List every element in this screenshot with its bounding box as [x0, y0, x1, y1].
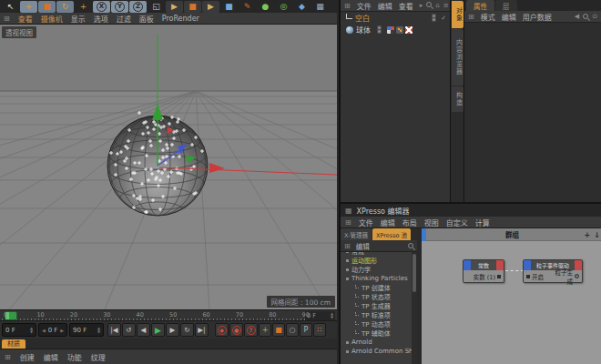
timeline-ruler[interactable]: 0 F▲▼ 0102030405060708090 — [0, 309, 337, 320]
scale-tool-icon[interactable]: ■ — [38, 1, 56, 13]
group-header-icons[interactable]: +↓ — [585, 228, 600, 241]
menu-item[interactable]: 纹理 — [91, 352, 106, 362]
object-manager-toolbar-icons[interactable]: ▸⌂≡ — [420, 2, 449, 9]
key-parameter-toggle[interactable]: P — [300, 323, 312, 337]
xpresso-node-canvas[interactable]: 群组 +↓ 常数 实数 (1) 粒子事件驱动 开启粒子生成 — [422, 228, 601, 364]
menu-item[interactable]: 编辑 — [44, 352, 58, 362]
menu-item[interactable]: 文件 — [359, 217, 373, 228]
add-array-object-icon[interactable]: ▦ — [311, 1, 329, 13]
key-scale-toggle[interactable]: ■ — [272, 323, 285, 337]
node-output-block[interactable] — [496, 260, 504, 270]
menu-item[interactable]: 视图 — [424, 217, 439, 228]
preview-frame-stepper[interactable]: ◀0 F▶ — [38, 323, 67, 337]
menu-item[interactable]: 显示 — [71, 14, 86, 24]
dock-tab-3[interactable]: 构造 — [452, 86, 463, 112]
object-name[interactable]: 空白 — [355, 13, 370, 23]
pool-tree-item[interactable]: TP 生成器 — [341, 301, 412, 310]
menu-item[interactable]: 编辑 — [502, 12, 516, 22]
tab-xpresso-pool[interactable]: XPresso 池 — [372, 228, 411, 240]
render-queue-icon[interactable]: ▶ — [202, 1, 219, 13]
key-pla-toggle[interactable]: ∷ — [313, 323, 326, 337]
object-row-null[interactable]: 空白 ✓ — [341, 12, 450, 24]
add-spline-object-icon[interactable]: ◆ — [293, 1, 311, 13]
visibility-dots-icon[interactable] — [377, 25, 382, 34]
xpresso-tag-icon[interactable] — [387, 26, 394, 34]
frame-stepper[interactable]: 0 F▲▼ — [305, 311, 335, 320]
menu-item[interactable]: 布局 — [402, 217, 417, 228]
loop-button[interactable]: ↻ — [180, 323, 194, 337]
lock-y-axis-icon[interactable]: Y — [111, 1, 128, 13]
node-output-block[interactable] — [575, 260, 582, 270]
pool-tree-item[interactable]: TP 动态项 — [341, 319, 412, 329]
play-forwards-button[interactable]: ▶ — [151, 323, 165, 337]
render-settings-icon[interactable]: ■ — [184, 1, 201, 13]
record-keyframe-button[interactable]: ◆ — [215, 323, 229, 337]
attribute-toolbar-icons[interactable]: ◀⊙ — [575, 13, 597, 20]
key-rotation-toggle[interactable]: ○ — [286, 323, 299, 337]
dock-tab-1[interactable]: 对象 — [452, 1, 463, 28]
node-input-block[interactable] — [524, 260, 531, 270]
autokeying-button[interactable]: ● — [229, 323, 243, 337]
menu-item[interactable]: 过滤 — [117, 14, 131, 24]
menu-item[interactable]: 文件 — [357, 1, 372, 11]
key-position-toggle[interactable]: + — [259, 323, 271, 337]
pool-tree-item[interactable]: 运动图形 — [341, 256, 412, 265]
attribute-tab[interactable]: 层 — [495, 0, 517, 11]
current-frame-field[interactable]: 0 F▲▼ — [2, 323, 36, 337]
axis-handle-blue-icon[interactable] — [177, 150, 179, 153]
xpresso-node-particle-event[interactable]: 粒子事件驱动 开启粒子生成 — [523, 259, 583, 283]
keyframe-selection-button[interactable]: ? — [244, 323, 258, 337]
add-subdivision-surface-icon[interactable]: ● — [257, 1, 274, 13]
object-row-sphere[interactable]: 球体 — [341, 24, 450, 35]
menu-item[interactable]: 编辑 — [381, 217, 395, 228]
rotate-tool-icon[interactable]: ↻ — [56, 1, 74, 13]
pool-tree-item[interactable]: Arnold — [341, 338, 412, 347]
end-frame-field[interactable]: 90 F▲▼ — [69, 323, 104, 337]
menu-item[interactable]: 编辑 — [378, 1, 392, 11]
pool-tree-item[interactable]: TP 标准项 — [341, 310, 412, 319]
node-input-block[interactable] — [463, 260, 471, 270]
display-tag-icon[interactable] — [405, 26, 413, 34]
coordinate-system-icon[interactable]: ◱ — [148, 1, 165, 13]
scrollbar-thumb[interactable] — [413, 254, 416, 292]
move-tool-icon[interactable]: + — [20, 1, 37, 13]
spline-pen-tool-icon[interactable]: ✎ — [239, 1, 256, 13]
output-port[interactable] — [575, 274, 579, 278]
menu-item[interactable]: 编辑 — [356, 241, 370, 251]
menu-item[interactable]: 选项 — [94, 14, 108, 24]
live-selection-tool-icon[interactable]: ↖ — [2, 1, 19, 13]
lock-z-axis-icon[interactable]: Z — [129, 1, 147, 13]
dock-tab-2[interactable]: 内容浏览器 — [452, 29, 463, 86]
pool-tree-item[interactable]: Arnold Common Shad — [341, 347, 412, 356]
object-name[interactable]: 球体 — [356, 25, 371, 35]
xpresso-node-constant[interactable]: 常数 实数 (1) — [463, 259, 504, 283]
play-backwards-button[interactable]: ↺ — [122, 323, 136, 337]
next-frame-button[interactable]: ▶ — [166, 323, 179, 337]
lock-x-axis-icon[interactable]: X — [93, 1, 110, 13]
menu-item[interactable]: 查看 — [18, 14, 33, 24]
menu-item[interactable]: 摄像机 — [41, 14, 63, 24]
group-header[interactable]: 群组 — [422, 228, 601, 241]
input-port[interactable] — [526, 275, 530, 278]
stepper-arrows-icon[interactable]: ▲▼ — [331, 312, 333, 319]
tab-materials[interactable]: 材质 — [2, 339, 25, 349]
visibility-dots-icon[interactable] — [432, 14, 436, 22]
add-deformer-icon[interactable]: ◎ — [275, 1, 292, 13]
tab-x-manager[interactable]: X-管理器 — [341, 228, 372, 240]
pool-tree-item[interactable]: Thinking Particles — [341, 274, 412, 283]
menu-item[interactable]: 功能 — [67, 352, 82, 362]
enable-check-icon[interactable]: ✓ — [441, 15, 446, 22]
add-cube-object-icon[interactable]: ■ — [220, 1, 238, 13]
menu-item[interactable]: 计算 — [475, 217, 490, 228]
pool-tree-item[interactable]: TP 状态项 — [341, 292, 412, 301]
menu-item[interactable]: 自定义 — [446, 217, 468, 228]
render-view-icon[interactable]: ▶ — [166, 1, 183, 13]
output-port[interactable] — [497, 275, 501, 278]
goto-end-button[interactable]: ▶| — [195, 323, 209, 337]
attribute-tab[interactable]: 属性 — [466, 0, 494, 11]
menu-item[interactable]: 创建 — [20, 352, 35, 362]
perspective-viewport[interactable]: 透视视图 网格间距 : 100 cm — [0, 25, 337, 309]
menu-item[interactable]: ProRender — [162, 15, 199, 23]
pool-tree-item[interactable]: TP 创建体 — [341, 283, 412, 292]
pool-tree-item[interactable]: TP 辅助体 — [341, 329, 412, 338]
